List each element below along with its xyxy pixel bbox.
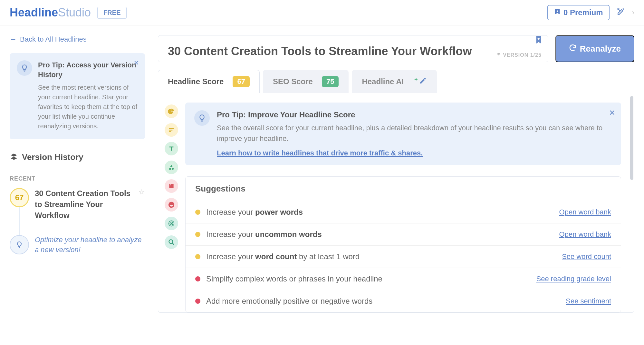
suggestion-action-link[interactable]: See word count — [562, 252, 611, 261]
scrollbar[interactable] — [630, 96, 633, 180]
lightbulb-icon — [10, 235, 29, 254]
version-history-title: Version History — [22, 152, 83, 162]
icon-rail — [165, 103, 178, 312]
suggestion-text: Increase your word count by at least 1 w… — [206, 252, 556, 261]
content: 30 Content Creation Tools to Streamline … — [155, 25, 644, 313]
main-tip-link[interactable]: Learn how to write headlines that drive … — [217, 149, 423, 157]
app-header: HeadlineStudio FREE 0 Premium › — [0, 0, 644, 25]
tip-content: Pro Tip: Access your Version History See… — [38, 60, 137, 131]
target-icon[interactable] — [165, 217, 178, 230]
svg-point-4 — [172, 168, 174, 170]
recent-label: RECENT — [10, 175, 145, 182]
premium-label: 0 Premium — [563, 8, 603, 17]
svg-rect-1 — [169, 130, 173, 131]
tab-seo-score[interactable]: SEO Score 75 — [263, 70, 349, 93]
tab-headline-score[interactable]: Headline Score 67 — [158, 70, 260, 93]
suggestion-text: Increase your power words — [206, 208, 553, 217]
headline-row: 30 Content Creation Tools to Streamline … — [158, 35, 634, 62]
sidebar: ← Back to All Headlines Pro Tip: Access … — [0, 25, 155, 313]
headline-score-pill: 67 — [233, 76, 249, 87]
layers-small-icon — [496, 52, 501, 58]
layers-icon — [10, 153, 18, 162]
optimize-text: Optimize your headline to analyze a new … — [35, 235, 145, 255]
back-label: Back to All Headlines — [20, 35, 87, 44]
tab-label: Headline AI — [362, 77, 404, 86]
suggestions-card: Suggestions Increase your power wordsOpe… — [185, 176, 621, 312]
version-text: VERSION 1/25 — [503, 52, 542, 58]
book-icon[interactable] — [165, 179, 178, 193]
back-to-headlines-link[interactable]: ← Back to All Headlines — [10, 35, 145, 44]
suggestion-row: Increase your power wordsOpen word bank — [186, 201, 621, 223]
free-badge[interactable]: FREE — [97, 7, 127, 19]
tools-icon[interactable] — [616, 7, 626, 19]
tabs: Headline Score 67 SEO Score 75 Headline … — [158, 70, 634, 93]
bars-icon[interactable] — [165, 123, 178, 137]
suggestion-action-link[interactable]: Open word bank — [559, 230, 611, 239]
suggestions-list: Increase your power wordsOpen word bankI… — [186, 201, 621, 312]
severity-dot — [195, 210, 200, 215]
severity-dot — [195, 299, 200, 304]
severity-dot — [195, 254, 200, 259]
logo-studio: Studio — [58, 6, 91, 19]
sidebar-tip-card: Pro Tip: Access your Version History See… — [10, 53, 145, 139]
headline-text: 30 Content Creation Tools to Streamline … — [168, 44, 509, 58]
smile-icon[interactable] — [165, 198, 178, 212]
suggestion-text: Increase your uncommon words — [206, 230, 553, 239]
suggestion-text: Add more emotionally positive or negativ… — [206, 297, 560, 306]
suggestion-action-link[interactable]: See reading grade level — [536, 275, 611, 283]
header-right: 0 Premium › — [547, 5, 634, 20]
suggestion-action-link[interactable]: See sentiment — [566, 297, 611, 305]
tab-label: SEO Score — [273, 77, 313, 86]
optimize-prompt[interactable]: Optimize your headline to analyze a new … — [10, 235, 145, 255]
version-history-header: Version History — [10, 152, 145, 168]
chevron-right-icon[interactable]: › — [632, 8, 634, 17]
star-outline-icon[interactable]: ☆ — [139, 188, 145, 221]
arrow-left-icon: ← — [10, 35, 17, 44]
pencil-sparkle-icon: ✦ — [413, 77, 427, 86]
main-tip-title: Pro Tip: Improve Your Headline Score — [217, 110, 612, 119]
suggestion-text: Simplify complex words or phrases in you… — [206, 274, 531, 283]
suggestion-row: Increase your uncommon wordsOpen word ba… — [186, 223, 621, 246]
svg-rect-3 — [169, 168, 171, 170]
suggestion-row: Increase your word count by at least 1 w… — [186, 246, 621, 268]
suggestion-row: Add more emotionally positive or negativ… — [186, 290, 621, 312]
lightbulb-icon — [17, 60, 32, 76]
refresh-icon — [569, 44, 577, 54]
seo-score-pill: 75 — [322, 76, 339, 87]
svg-point-5 — [168, 202, 174, 208]
reanalyze-button[interactable]: Reanalyze — [555, 35, 634, 62]
suggestions-title: Suggestions — [186, 177, 621, 201]
pie-chart-icon[interactable] — [165, 104, 178, 118]
main-layout: ← Back to All Headlines Pro Tip: Access … — [0, 25, 644, 313]
svg-rect-0 — [169, 128, 174, 129]
bookmark-icon[interactable] — [535, 35, 542, 47]
main-column: Pro Tip: Improve Your Headline Score See… — [185, 103, 628, 312]
tab-label: Headline Score — [168, 77, 224, 86]
search-icon[interactable] — [165, 235, 178, 249]
tip-body: See the most recent versions of your cur… — [38, 83, 137, 131]
recent-item[interactable]: 67 30 Content Creation Tools to Streamli… — [10, 188, 145, 221]
bookmark-star-icon — [554, 8, 561, 17]
header-left: HeadlineStudio FREE — [10, 6, 127, 19]
type-icon[interactable] — [165, 142, 178, 155]
severity-dot — [195, 276, 200, 281]
shapes-icon[interactable] — [165, 161, 178, 174]
tip-title: Pro Tip: Access your Version History — [38, 60, 137, 79]
close-icon[interactable]: ✕ — [134, 59, 139, 67]
suggestion-row: Simplify complex words or phrases in you… — [186, 268, 621, 290]
app-logo[interactable]: HeadlineStudio — [10, 6, 91, 19]
tab-body: Pro Tip: Improve Your Headline Score See… — [158, 93, 634, 313]
svg-rect-2 — [169, 131, 171, 132]
close-icon[interactable]: ✕ — [609, 108, 615, 117]
logo-headline: Headline — [10, 6, 58, 19]
tab-headline-ai[interactable]: Headline AI ✦ — [352, 70, 437, 93]
premium-button[interactable]: 0 Premium — [547, 5, 610, 20]
recent-score-circle: 67 — [10, 188, 29, 207]
svg-point-8 — [171, 223, 172, 224]
version-badge: VERSION 1/25 — [496, 52, 542, 58]
suggestion-action-link[interactable]: Open word bank — [559, 208, 611, 216]
headline-input[interactable]: 30 Content Creation Tools to Streamline … — [158, 35, 548, 62]
recent-item-title: 30 Content Creation Tools to Streamline … — [35, 188, 133, 221]
main-tip-body: See the overall score for your current h… — [217, 123, 612, 144]
lightbulb-icon — [194, 110, 210, 126]
